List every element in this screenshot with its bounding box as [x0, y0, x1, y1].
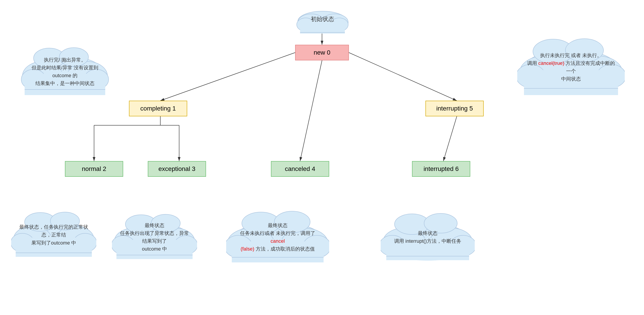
interrupted-desc-text: 最终状态调用 interrupt()方法，中断任务 — [392, 227, 463, 247]
node-interrupting: interrupting 5 — [426, 101, 484, 116]
cloud-interrupting-desc: 执行未执行完 或者 未执行。调用 cancel(true) 方法且没有完成中断的… — [517, 36, 625, 98]
completing-desc-text: 执行完/ 抛出异常。但是此时结果/异常 没有设置到 outcome 的结果集中，… — [26, 54, 104, 90]
cloud-exceptional-desc: 最终状态任务执行出现了异常状态，异常结果写到了outcome 中 — [112, 213, 197, 262]
cloud-canceled-desc: 最终状态任务未执行或者 未执行完，调用了 cancel(false) 方法，成功… — [226, 210, 329, 264]
node-new: new 0 — [295, 45, 349, 60]
cloud-normal-desc: 最终状态，任务执行完的正常状态，正常结果写到了outcome 中 — [11, 210, 96, 260]
cloud-completing-desc: 执行完/ 抛出异常。但是此时结果/异常 没有设置到 outcome 的结果集中，… — [20, 45, 110, 98]
canceled-desc-text: 最终状态任务未执行或者 未执行完，调用了 cancel(false) 方法，成功… — [232, 219, 324, 255]
svg-rect-74 — [386, 250, 469, 260]
interrupting-desc-text: 执行未执行完 或者 未执行。调用 cancel(true) 方法且没有完成中断的… — [523, 49, 619, 85]
exceptional-desc-text: 最终状态任务执行出现了异常状态，异常结果写到了outcome 中 — [118, 219, 192, 255]
svg-line-9 — [443, 116, 457, 161]
normal-desc-text: 最终状态，任务执行完的正常状态，正常结果写到了outcome 中 — [17, 221, 91, 249]
svg-line-1 — [160, 52, 295, 101]
node-interrupted: interrupted 6 — [412, 161, 470, 177]
svg-line-2 — [300, 60, 322, 161]
svg-line-3 — [349, 52, 457, 101]
diagram-container: 初始状态 new 0 completing 1 interrupting 5 n… — [0, 0, 644, 315]
cloud-interrupted-desc: 最终状态调用 interrupt()方法，中断任务 — [381, 213, 475, 262]
node-canceled: canceled 4 — [271, 161, 329, 177]
node-completing: completing 1 — [129, 101, 187, 116]
node-normal: normal 2 — [65, 161, 123, 177]
node-exceptional: exceptional 3 — [148, 161, 206, 177]
initial-state-label: 初始状态 — [308, 12, 336, 26]
initial-cloud: 初始状态 — [293, 4, 352, 33]
